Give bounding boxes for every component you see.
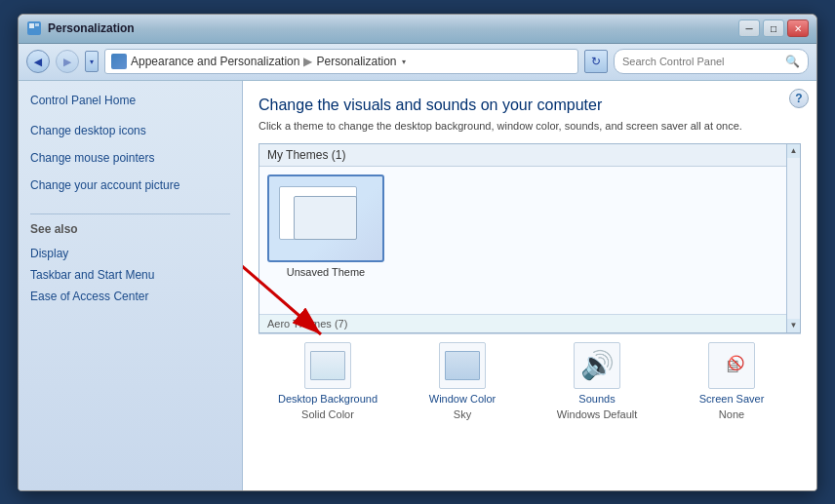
navigation-bar: ◀ ▶ ▾ Appearance and Personalization ▶ P… [19,44,816,81]
screen-saver-label[interactable]: Screen Saver [699,393,765,405]
back-button[interactable]: ◀ [26,50,50,73]
bottom-item-window-color[interactable]: Window Color Sky [401,342,524,420]
search-icon: 🔍 [785,55,800,68]
sidebar-item-account-picture[interactable]: Change your account picture [30,177,179,193]
screen-saver-sublabel: None [719,408,744,420]
sidebar-item-home[interactable]: Control Panel Home [30,93,230,108]
breadcrumb-separator-1: ▶ [303,55,312,68]
breadcrumb-icon [111,54,127,69]
forward-button[interactable]: ▶ [56,50,79,73]
page-subtitle: Click a theme to change the desktop back… [258,120,801,132]
sounds-sublabel: Windows Default [557,408,638,420]
help-button[interactable]: ? [789,89,809,108]
search-input[interactable] [622,56,781,67]
theme-name: Unsaved Theme [287,266,366,278]
sounds-icon-shape: 🔊 [580,352,615,379]
breadcrumb-part2: Personalization [316,55,396,68]
themes-my-header: My Themes (1) [259,144,800,167]
close-button[interactable]: ✕ [787,19,809,37]
themes-panel: My Themes (1) Unsaved Theme Save theme G… [258,143,801,333]
screen-saver-icon-shape: 🖥🚫 [723,353,740,378]
bottom-item-desktop-bg[interactable]: Desktop Background Solid Color [266,342,389,420]
refresh-button[interactable]: ↻ [584,50,608,73]
main-window: Personalization ─ □ ✕ ◀ ▶ ▾ Appearance a… [18,14,817,491]
address-dropdown[interactable]: ▾ [397,51,411,72]
sidebar-item-taskbar[interactable]: Taskbar and Start Menu [30,267,230,283]
screen-saver-icon: 🖥🚫 [708,342,755,389]
window-icon [26,20,42,36]
sidebar: Control Panel Home Change desktop icons … [19,81,243,490]
bottom-item-screen-saver[interactable]: 🖥🚫 Screen Saver None [670,342,793,420]
title-bar-left: Personalization [26,20,135,36]
see-also-header: See also [30,213,230,236]
sidebar-item-display[interactable]: Display [30,246,230,261]
main-content: ? Change the visuals and sounds on your … [243,81,816,490]
svg-rect-2 [35,23,39,26]
vertical-scrollbar[interactable]: ▲ ▼ [786,144,800,332]
theme-preview [267,174,384,262]
window-color-shape [445,351,480,380]
sounds-label[interactable]: Sounds [578,393,615,405]
scroll-down-arrow[interactable]: ▼ [788,319,800,332]
title-bar: Personalization ─ □ ✕ [19,15,816,44]
bottom-bar: Desktop Background Solid Color Window Co… [258,333,801,428]
content-area: Control Panel Home Change desktop icons … [19,81,816,490]
sidebar-item-desktop-icons[interactable]: Change desktop icons [30,123,146,138]
bottom-item-sounds[interactable]: 🔊 Sounds Windows Default [536,342,658,420]
theme-item-unsaved[interactable]: Unsaved Theme [267,174,384,278]
sounds-icon: 🔊 [574,342,620,389]
scroll-up-arrow[interactable]: ▲ [788,144,800,158]
address-bar: Appearance and Personalization ▶ Persona… [104,49,578,74]
sidebar-item-ease-of-access[interactable]: Ease of Access Center [30,289,230,304]
theme-preview-window [294,196,357,240]
themes-body: Unsaved Theme [259,167,800,286]
sidebar-links: Change desktop icons Change mouse pointe… [30,124,230,192]
page-title: Change the visuals and sounds on your co… [258,97,801,114]
desktop-icon-shape [310,351,345,380]
minimize-button[interactable]: ─ [738,19,760,37]
desktop-bg-label[interactable]: Desktop Background [278,393,378,405]
scroll-track [787,158,800,319]
window-color-icon [439,342,486,389]
window-title: Personalization [48,21,135,35]
window-color-sublabel: Sky [454,408,471,420]
maximize-button[interactable]: □ [763,19,784,37]
nav-dropdown[interactable]: ▾ [85,51,99,72]
desktop-bg-sublabel: Solid Color [301,408,354,420]
title-bar-buttons: ─ □ ✕ [738,19,809,37]
window-color-label[interactable]: Window Color [429,393,496,405]
search-box: 🔍 [614,49,809,74]
desktop-bg-icon [304,342,351,389]
svg-rect-1 [29,23,34,28]
breadcrumb-part1: Appearance and Personalization [131,55,299,68]
aero-themes-header: Aero Themes (7) [259,314,786,332]
sidebar-item-mouse-pointers[interactable]: Change mouse pointers [30,150,154,166]
